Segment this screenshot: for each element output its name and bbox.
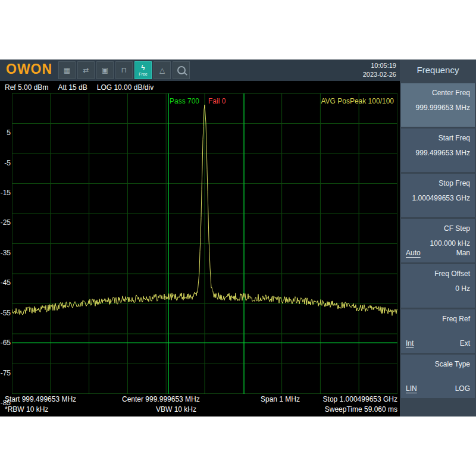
menu-button-freq-offset[interactable]: Freq Offset 0 Hz — [401, 264, 475, 308]
span-readout: Span 1 MHz — [261, 395, 300, 403]
marker-icon[interactable]: △ — [154, 61, 171, 79]
time-text: 10:05:19 — [363, 61, 396, 70]
scale-type-lin-option[interactable]: LIN — [406, 384, 417, 393]
owon-logo: OWON — [6, 61, 52, 77]
menu-button-stop-freq[interactable]: Stop Freq 1.000499653 GHz — [401, 174, 475, 217]
top-bar: OWON ▦ ⇄ ▣ ⊓ ϟ — [0, 60, 400, 81]
y-tick: -45 — [0, 278, 11, 287]
auto-couple-icon[interactable]: ⇄ — [77, 61, 95, 79]
free-run-icon[interactable]: ϟ Free — [134, 61, 152, 79]
avg-detector-label: AVG PosPeak 100/100 — [321, 97, 394, 105]
search-icon — [177, 66, 186, 74]
menu-button-center-freq[interactable]: Center Freq 999.999653 MHz — [401, 83, 475, 127]
clock: 10:05:19 2023-02-26 — [363, 61, 396, 79]
sweeptime-readout: SweepTime 59.060 ms — [325, 405, 397, 414]
triangle-icon: △ — [159, 67, 165, 74]
button-label: Freq Offset — [401, 264, 475, 278]
auto-couple-glyph: ⇄ — [83, 67, 89, 74]
freq-ref-int-option[interactable]: Int — [406, 339, 414, 347]
button-value: 100.000 kHz — [401, 233, 475, 248]
cf-step-auto-option[interactable]: Auto — [406, 249, 421, 257]
tracking-gen-icon[interactable]: ⊓ — [115, 61, 133, 79]
pass-count: Pass 700 — [170, 97, 199, 105]
freq-ref-ext-option[interactable]: Ext — [460, 339, 470, 347]
cf-step-man-option[interactable]: Man — [456, 249, 470, 257]
y-tick: -35 — [0, 249, 11, 257]
button-label: Scale Type — [401, 355, 475, 368]
y-tick: -25 — [0, 218, 11, 227]
menu-button-freq-ref[interactable]: Freq Ref Int Ext — [401, 309, 475, 353]
menu-title: Frequency — [400, 60, 476, 81]
trace-canvas — [12, 93, 397, 394]
rbw-readout: *RBW 10 kHz — [5, 405, 48, 414]
y-tick: -5 — [0, 159, 11, 167]
attenuation: Att 15 dB — [58, 83, 87, 92]
log-scale: LOG 10.00 dB/div — [97, 83, 154, 92]
button-label: CF Step — [401, 219, 475, 233]
button-value: 999.999653 MHz — [401, 97, 475, 112]
button-label: Start Freq — [401, 129, 475, 142]
menu-button-cf-step[interactable]: CF Step 100.000 kHz Auto Man — [401, 219, 475, 262]
lightning-icon: ϟ — [141, 64, 145, 72]
reference-line: Ref 5.00 dBm Att 15 dB LOG 10.00 dB/div — [0, 81, 400, 93]
button-label: Stop Freq — [401, 174, 475, 187]
stop-freq-readout: Stop 1.000499653 GHz — [323, 395, 397, 403]
footer-row-1: Start 999.499653 MHz Center 999.999653 M… — [0, 395, 400, 405]
center-freq-readout: Center 999.999653 MHz — [122, 395, 200, 403]
spectrum-plot: Pass 700 Fail 0 AVG PosPeak 100/100 — [12, 93, 397, 394]
menu-button-start-freq[interactable]: Start Freq 999.499653 MHz — [401, 129, 475, 172]
vbw-readout: VBW 10 kHz — [156, 405, 196, 414]
button-label: Freq Ref — [401, 309, 475, 323]
plot-area: 5 -5 -15 -25 -35 -45 -55 -65 -75 -85 Pas… — [0, 93, 400, 394]
toolbar: ▦ ⇄ ▣ ⊓ ϟ Free — [58, 61, 190, 79]
display-area: OWON ▦ ⇄ ▣ ⊓ ϟ — [0, 60, 400, 416]
y-tick: -65 — [0, 339, 11, 347]
y-tick: 5 — [0, 129, 11, 137]
menu-button-scale-type[interactable]: Scale Type LIN LOG — [401, 355, 475, 398]
spectrum-analyzer-screen: OWON ▦ ⇄ ▣ ⊓ ϟ — [0, 60, 476, 416]
softkey-menu: Frequency Center Freq 999.999653 MHz Sta… — [400, 60, 476, 416]
ext-trigger-glyph: ▦ — [64, 67, 70, 74]
ext-trigger-icon[interactable]: ▦ — [58, 61, 76, 79]
button-value: 0 Hz — [401, 278, 475, 293]
button-value: 999.499653 MHz — [401, 142, 475, 157]
tracking-gen-glyph: ⊓ — [121, 67, 127, 74]
scale-type-log-option[interactable]: LOG — [455, 384, 470, 393]
zoom-button[interactable] — [173, 61, 190, 79]
ref-level: Ref 5.00 dBm — [5, 83, 48, 92]
y-tick: -55 — [0, 309, 11, 317]
start-freq-readout: Start 999.499653 MHz — [5, 395, 76, 403]
y-tick: -75 — [0, 369, 11, 377]
single-sweep-glyph: ▣ — [102, 67, 108, 74]
fail-count: Fail 0 — [208, 97, 226, 105]
single-sweep-icon[interactable]: ▣ — [96, 61, 114, 79]
button-value: 1.000499653 GHz — [401, 187, 475, 202]
y-tick: -15 — [0, 189, 11, 197]
date-text: 2023-02-26 — [363, 70, 396, 79]
button-label: Center Freq — [401, 83, 475, 97]
footer-row-2: *RBW 10 kHz VBW 10 kHz SweepTime 59.060 … — [0, 405, 400, 415]
